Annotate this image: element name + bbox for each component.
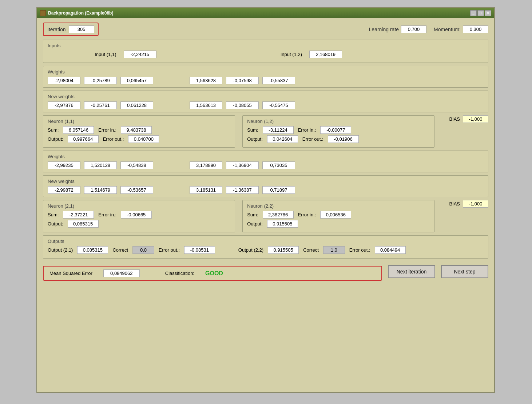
window-title: Backpropagation (Example08b) [48,11,113,16]
neuron22-ein-label: Error in.: [298,212,316,217]
neuron11-ein-label: Error in.: [98,127,116,133]
nw1-0[interactable] [48,101,80,109]
neuron22-title: Neuron (2,2) [247,203,430,209]
neuron12-sum[interactable] [263,126,294,134]
learning-rate-label: Learning rate [369,27,399,32]
neuron12-eout-label: Error out.: [302,136,323,142]
bias2-value[interactable] [463,200,488,208]
next-step-button[interactable]: Next step [441,265,488,278]
weights1-section: Weights [43,66,488,88]
next-iteration-button[interactable]: Next iteration [388,265,435,278]
weights2-label: Weights [48,154,484,159]
w2-2[interactable] [120,161,153,169]
w1-4[interactable] [226,77,259,84]
new-weights2-label: New weights [48,179,484,184]
nw2-3[interactable] [190,186,222,194]
w2-1[interactable] [84,161,117,169]
neuron21-out-label: Output: [48,221,63,227]
neuron11-sum-label: Sum: [48,127,59,133]
correct2-label: Correct [303,247,319,253]
neuron11-eout-label: Error out.: [103,136,124,142]
nw2-2[interactable] [120,186,153,194]
neuron12-out[interactable] [267,135,298,143]
outputs-section: Outputs Output (2,1) Correct Error out.:… [43,235,488,259]
app-icon [40,10,46,16]
nw2-1[interactable] [84,186,117,194]
weights1-label: Weights [48,69,484,75]
w2-4[interactable] [226,161,259,169]
w1-3[interactable] [190,77,222,84]
bias1-group: BIAS [449,115,488,123]
neuron21-sum[interactable] [63,211,94,219]
title-bar: Backpropagation (Example08b) _ □ ✕ [37,8,494,18]
output21-value[interactable] [77,246,108,254]
nw1-5[interactable] [262,101,295,109]
neuron11-out-label: Output: [48,136,63,142]
error-out2-value[interactable] [375,246,406,254]
neuron12-ein[interactable] [320,126,351,134]
classification-label: Classification: [165,271,194,276]
nw1-3[interactable] [190,101,222,109]
input11-value[interactable] [124,51,156,58]
learning-rate-input[interactable] [401,25,426,33]
neuron11-ein[interactable] [121,126,152,134]
neuron21-sum-label: Sum: [48,212,59,217]
classification-value: GOOD [205,270,223,277]
w1-5[interactable] [262,77,295,84]
neuron11-sum[interactable] [63,126,94,134]
output21-label: Output (2,1) [48,247,73,253]
close-button[interactable]: ✕ [485,10,491,16]
neuron22-sum-label: Sum: [247,212,258,217]
w2-3[interactable] [190,161,222,169]
neuron22-out[interactable] [267,220,298,228]
error-out1-label: Error out.: [159,247,180,253]
momentum-input[interactable] [463,25,488,33]
w1-1[interactable] [84,77,117,84]
output22-label: Output (2,2) [238,247,263,253]
neuron22-ein[interactable] [320,211,351,219]
neuron21-panel: Neuron (2,1) Sum: Error in.: Output: [43,200,235,232]
w2-0[interactable] [48,161,80,169]
neuron21-title: Neuron (2,1) [48,203,230,209]
output22-value[interactable] [268,246,299,254]
momentum-label: Momentum: [434,27,461,32]
nw1-2[interactable] [120,101,153,109]
nw1-4[interactable] [226,101,259,109]
nw2-4[interactable] [226,186,259,194]
neuron21-ein-label: Error in.: [98,212,116,217]
nw1-1[interactable] [84,101,117,109]
input12-value[interactable] [309,51,342,58]
w1-0[interactable] [48,77,80,84]
neuron22-out-label: Output: [247,221,263,227]
error-out1-value[interactable] [184,246,215,254]
neuron11-eout[interactable] [128,135,159,143]
iteration-input[interactable] [69,25,94,33]
correct2-value[interactable] [323,246,345,254]
nw2-0[interactable] [48,186,80,194]
bias1-value[interactable] [463,115,488,123]
iteration-box: Iteration [43,23,99,36]
input11-label: Input (1,1) [48,52,119,57]
neuron12-eout[interactable] [328,135,359,143]
neuron11-out[interactable] [68,135,99,143]
neuron11-panel: Neuron (1,1) Sum: Error in.: Output: Err… [43,115,235,148]
correct1-value[interactable] [132,246,154,254]
new-weights1-section: New weights [43,91,488,112]
mse-value[interactable] [103,269,140,277]
neuron12-ein-label: Error in.: [298,127,316,133]
neuron22-sum[interactable] [263,211,294,219]
w2-5[interactable] [262,161,295,169]
new-weights1-label: New weights [48,94,484,99]
nw2-5[interactable] [262,186,295,194]
error-out2-label: Error out.: [349,247,370,253]
outputs-label: Outputs [48,239,484,244]
minimize-button[interactable]: _ [470,10,477,16]
weights2-section: Weights [43,151,488,172]
neuron21-ein[interactable] [121,211,152,219]
iteration-label: Iteration [47,27,66,32]
w1-2[interactable] [120,77,153,84]
main-window: Backpropagation (Example08b) _ □ ✕ Itera… [36,7,495,393]
maximize-button[interactable]: □ [477,10,484,16]
neuron21-out[interactable] [68,220,99,228]
neuron22-panel: Neuron (2,2) Sum: Error in.: Output: [242,200,434,232]
